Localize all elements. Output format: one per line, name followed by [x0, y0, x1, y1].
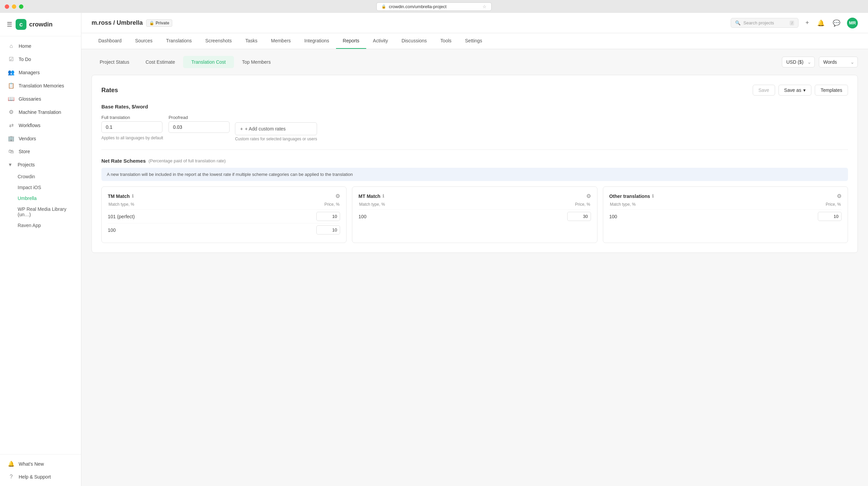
tab-sources[interactable]: Sources	[129, 33, 159, 49]
sidebar-projects-section[interactable]: ▾ Projects	[0, 158, 81, 171]
sub-tabs-right: USD ($) EUR (€) GBP (£) Words Strings Ch…	[782, 57, 858, 67]
window-minimize-button[interactable]	[12, 4, 16, 9]
mt-settings-button[interactable]: ⚙	[586, 193, 591, 199]
other-row-0: 100	[609, 209, 842, 223]
project-item-umbrella[interactable]: Umbrella	[18, 193, 81, 204]
tm-settings-button[interactable]: ⚙	[335, 193, 340, 199]
other-col-headers: Match type, % Price, %	[609, 202, 842, 207]
tm-row-1: 100	[108, 223, 340, 237]
tab-settings[interactable]: Settings	[458, 33, 489, 49]
sidebar-item-vendors-label: Vendors	[19, 136, 36, 141]
tm-info-icon[interactable]: ℹ	[132, 194, 134, 199]
sidebar-item-managers-label: Managers	[19, 70, 40, 75]
sidebar-item-translation-memories[interactable]: 📋 Translation Memories	[0, 79, 81, 92]
sidebar-item-home[interactable]: ⌂ Home	[0, 40, 81, 53]
sidebar-item-whats-new[interactable]: 🔔 What's New	[0, 457, 81, 470]
plus-icon: +	[240, 126, 243, 131]
favorite-icon[interactable]: ☆	[482, 4, 487, 9]
full-translation-label: Full translation	[101, 115, 163, 120]
address-bar[interactable]: 🔒 crowdin.com/umbrella-project ☆	[376, 2, 492, 11]
store-icon: 🛍	[8, 148, 15, 155]
tab-reports[interactable]: Reports	[336, 33, 366, 49]
tm-price-input-1[interactable]	[316, 225, 340, 235]
scheme-cards: TM Match ℹ ⚙ Match type, % Price, % 101 …	[101, 186, 848, 243]
mt-info-icon[interactable]: ℹ	[382, 194, 384, 199]
sidebar-item-home-label: Home	[19, 43, 31, 49]
mt-price-input-0[interactable]	[567, 212, 591, 221]
logo-icon: c	[16, 19, 26, 30]
sidebar-item-machine-translation[interactable]: ⚙ Machine Translation	[0, 105, 81, 119]
sidebar-item-glossaries[interactable]: 📖 Glossaries	[0, 92, 81, 105]
other-price-input-0[interactable]	[818, 212, 842, 221]
window-close-button[interactable]	[5, 4, 9, 9]
sidebar-item-help-label: Help & Support	[19, 474, 51, 480]
private-badge: 🔒 Private	[146, 19, 172, 27]
add-button[interactable]: +	[804, 18, 810, 28]
unit-select[interactable]: Words Strings Characters	[819, 57, 858, 67]
sidebar-item-vendors[interactable]: 🏢 Vendors	[0, 132, 81, 145]
window-maximize-button[interactable]	[19, 4, 23, 9]
sidebar-item-workflows-label: Workflows	[19, 123, 40, 128]
project-item-crowdin[interactable]: Crowdin	[18, 171, 81, 182]
logo-wrapper: c crowdin	[16, 19, 53, 30]
tab-tools[interactable]: Tools	[434, 33, 458, 49]
project-item-raven-app[interactable]: Raven App	[18, 220, 81, 231]
workflows-icon: ⇄	[8, 122, 15, 128]
tab-dashboard[interactable]: Dashboard	[92, 33, 129, 49]
tab-activity[interactable]: Activity	[366, 33, 395, 49]
whats-new-icon: 🔔	[8, 461, 15, 467]
hamburger-button[interactable]: ☰	[7, 21, 12, 28]
templates-button[interactable]: Templates	[815, 85, 848, 96]
sidebar-item-help-support[interactable]: ? Help & Support	[0, 470, 81, 483]
sidebar-item-todo[interactable]: ☑ To Do	[0, 53, 81, 66]
window-controls	[5, 4, 23, 9]
project-title: m.ross / Umbrella 🔒 Private	[92, 19, 172, 27]
applies-hint: Applies to all languages by default	[101, 136, 163, 140]
full-translation-input[interactable]	[101, 121, 162, 133]
sub-tab-project-status[interactable]: Project Status	[92, 56, 137, 68]
tm-price-input-0[interactable]	[316, 212, 340, 221]
sidebar-item-tm-label: Translation Memories	[19, 83, 64, 88]
translation-memories-icon: 📋	[8, 82, 15, 89]
project-item-impact-ios[interactable]: Impact iOS	[18, 182, 81, 193]
divider	[101, 149, 848, 150]
sub-tab-top-members[interactable]: Top Members	[234, 56, 279, 68]
sidebar-item-whats-new-label: What's New	[19, 461, 44, 467]
custom-hint: Custom rates for selected languages or u…	[235, 137, 317, 141]
currency-select[interactable]: USD ($) EUR (€) GBP (£)	[782, 57, 815, 67]
proofread-input[interactable]	[169, 121, 230, 133]
tab-tasks[interactable]: Tasks	[238, 33, 264, 49]
machine-translation-icon: ⚙	[8, 109, 15, 115]
notifications-button[interactable]: 🔔	[816, 18, 826, 28]
proofread-field: Proofread	[169, 115, 230, 133]
tab-discussions[interactable]: Discussions	[395, 33, 434, 49]
sub-tab-translation-cost[interactable]: Translation Cost	[183, 56, 234, 68]
sidebar-item-store[interactable]: 🛍 Store	[0, 145, 81, 158]
save-as-button[interactable]: Save as ▾	[778, 85, 812, 96]
tab-translations[interactable]: Translations	[159, 33, 199, 49]
lock-icon: 🔒	[381, 4, 386, 9]
vendors-icon: 🏢	[8, 135, 15, 142]
add-custom-rates-button[interactable]: + + Add custom rates	[235, 122, 317, 135]
save-button[interactable]: Save	[753, 85, 775, 96]
mt-col-headers: Match type, % Price, %	[358, 202, 591, 207]
avatar[interactable]: MR	[847, 18, 858, 28]
tab-members[interactable]: Members	[264, 33, 297, 49]
other-settings-button[interactable]: ⚙	[837, 193, 842, 199]
sidebar-item-workflows[interactable]: ⇄ Workflows	[0, 119, 81, 132]
currency-select-wrapper: USD ($) EUR (€) GBP (£)	[782, 57, 815, 67]
card-title: Rates	[101, 87, 118, 94]
sidebar-item-managers[interactable]: 👥 Managers	[0, 66, 81, 79]
scheme-card-tm-match: TM Match ℹ ⚙ Match type, % Price, % 101 …	[101, 186, 347, 243]
help-icon: ?	[8, 474, 15, 480]
tab-screenshots[interactable]: Screenshots	[199, 33, 239, 49]
messages-button[interactable]: 💬	[831, 18, 842, 28]
other-info-icon[interactable]: ℹ	[652, 194, 654, 199]
tab-integrations[interactable]: Integrations	[298, 33, 336, 49]
net-rate-subtitle: (Percentage paid of full translation rat…	[149, 158, 226, 163]
sidebar: ☰ c crowdin ⌂ Home ☑ To Do 👥 Managers 📋 …	[0, 13, 81, 486]
glossaries-icon: 📖	[8, 96, 15, 102]
search-box[interactable]: 🔍 Search projects /	[731, 18, 798, 28]
project-item-wp-real-media[interactable]: WP Real Media Library (un…)	[18, 204, 81, 220]
sub-tab-cost-estimate[interactable]: Cost Estimate	[137, 56, 183, 68]
